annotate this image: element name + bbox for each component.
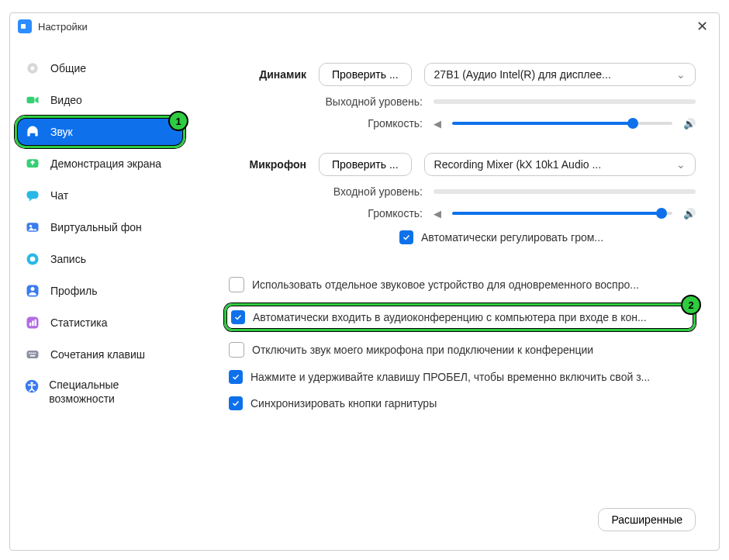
svg-point-8 [29,225,32,227]
push-to-talk-checkbox[interactable] [229,370,243,384]
sidebar-item-label: Запись [50,253,86,265]
sidebar-item-shortcuts[interactable]: Сочетания клавиш [16,340,184,369]
separate-audio-device-label: Использовать отдельное звуковое устройст… [252,278,639,291]
svg-point-12 [31,287,35,291]
svg-rect-20 [33,353,34,354]
speaker-device-select[interactable]: 27B1 (Аудио Intel(R) для дисплее... ⌄ [424,63,696,86]
stats-icon [24,314,41,331]
svg-rect-3 [27,133,29,137]
svg-rect-4 [35,133,37,137]
microphone-device-value: Recording Mixer (kX 10k1 Audio ... [434,158,602,171]
sidebar-item-general[interactable]: Общие [16,54,184,83]
svg-rect-21 [35,353,36,354]
profile-icon [24,282,41,299]
sidebar-item-share-screen[interactable]: Демонстрация экрана [16,149,184,178]
sidebar-item-label: Сочетания клавиш [50,348,145,361]
advanced-button[interactable]: Расширенные [598,508,696,531]
auto-adjust-volume-label: Автоматически регулировать гром... [421,231,603,244]
sidebar-item-statistics[interactable]: Статистика [16,308,184,337]
microphone-section-label: Микрофон [213,158,306,171]
video-icon [24,92,41,109]
volume-high-icon: 🔊 [683,208,696,220]
settings-window: Настройки ✕ Общие Видео [0,0,729,560]
svg-point-1 [31,67,35,71]
zoom-app-icon [18,19,32,33]
test-microphone-button[interactable]: Проверить ... [319,153,412,176]
close-button[interactable]: ✕ [693,18,711,35]
volume-low-icon: ◀ [434,208,441,220]
sidebar-item-label: Общие [50,62,86,74]
auto-join-audio-label: Автоматически входить в аудиоконференцию… [253,311,647,323]
svg-rect-15 [32,321,34,327]
chevron-down-icon: ⌄ [676,158,686,171]
svg-rect-18 [29,353,30,354]
volume-low-icon: ◀ [434,118,441,130]
output-level-label: Выходной уровень: [213,95,423,108]
image-icon [24,219,41,236]
settings-sidebar: Общие Видео 1 Звук [10,40,190,550]
chevron-down-icon: ⌄ [676,68,686,81]
auto-adjust-volume-checkbox[interactable] [399,230,413,244]
svg-rect-14 [29,323,32,326]
test-speaker-button[interactable]: Проверить ... [319,63,412,86]
sidebar-item-label: Виртуальный фон [50,221,142,233]
sidebar-item-label: Звук [50,126,73,138]
push-to-talk-label: Нажмите и удерживайте клавишу ПРОБЕЛ, чт… [250,371,650,383]
svg-point-24 [30,382,33,384]
mute-mic-on-join-checkbox[interactable] [229,342,244,358]
speaker-section-label: Динамик [213,68,306,81]
microphone-volume-slider[interactable] [452,212,672,215]
input-level-meter [434,189,696,194]
mute-mic-on-join-label: Отключить звук моего микрофона при подкл… [252,344,593,356]
sidebar-item-profile[interactable]: Профиль [16,276,184,306]
svg-rect-6 [27,191,39,199]
mic-volume-label: Громкость: [213,207,423,220]
separate-audio-device-checkbox[interactable] [229,277,244,292]
sidebar-item-label: Специальные возможности [49,378,176,406]
output-level-meter [434,99,696,104]
sidebar-item-virtual-bg[interactable]: Виртуальный фон [16,213,184,242]
sidebar-item-audio[interactable]: 1 Звук [16,117,184,147]
microphone-device-select[interactable]: Recording Mixer (kX 10k1 Audio ... ⌄ [424,153,696,176]
chat-icon [24,187,41,204]
sync-headset-label: Синхронизировать кнопки гарнитуры [250,397,437,410]
volume-high-icon: 🔊 [683,118,696,130]
speaker-volume-label: Громкость: [213,117,423,130]
svg-rect-17 [27,351,39,358]
titlebar: Настройки ✕ [10,13,719,40]
sidebar-item-recording[interactable]: Запись [16,244,184,274]
svg-point-10 [30,257,36,262]
share-screen-icon [24,155,41,172]
sidebar-item-accessibility[interactable]: Специальные возможности [16,372,184,412]
svg-rect-2 [27,97,35,103]
gear-icon [24,60,41,77]
sync-headset-checkbox[interactable] [229,396,243,410]
sidebar-item-chat[interactable]: Чат [16,181,184,210]
sidebar-item-label: Профиль [50,285,97,297]
record-icon [24,251,41,268]
sidebar-item-label: Статистика [50,316,108,329]
svg-rect-19 [31,353,33,354]
sidebar-item-video[interactable]: Видео [16,85,184,115]
accessibility-icon [24,378,40,395]
audio-settings-panel: Динамик Проверить ... 27B1 (Аудио Intel(… [190,40,719,550]
keyboard-icon [24,346,41,363]
speaker-device-value: 27B1 (Аудио Intel(R) для дисплее... [434,68,611,81]
sidebar-item-label: Чат [50,189,68,202]
svg-rect-16 [35,320,37,326]
sidebar-item-label: Демонстрация экрана [50,157,161,170]
auto-join-audio-checkbox[interactable] [231,310,245,324]
auto-join-audio-option: 2 Автоматически входить в аудиоконференц… [224,303,696,331]
window-title: Настройки [38,21,88,33]
annotation-badge-1: 1 [168,111,188,131]
headphones-icon [24,123,41,140]
input-level-label: Входной уровень: [213,185,423,198]
speaker-volume-slider[interactable] [452,122,672,125]
svg-rect-22 [30,355,36,357]
sidebar-item-label: Видео [50,94,82,106]
